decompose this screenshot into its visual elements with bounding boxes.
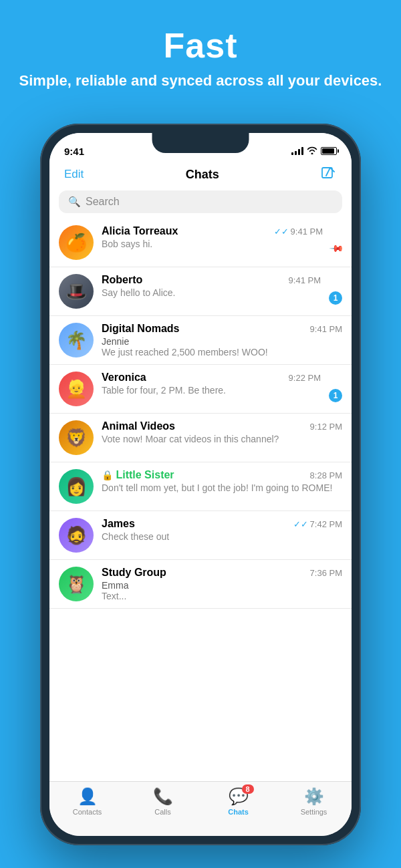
hero-section: Fast Simple, reliable and synced across … [0, 0, 401, 91]
avatar-alicia: 🍊 [59, 225, 94, 260]
phone-notch [152, 133, 249, 153]
chat-body-digital: Digital Nomads9:41 PMJennieWe just reach… [102, 323, 342, 357]
chat-body-roberto: Roberto9:41 PMSay hello to Alice. [102, 274, 321, 298]
chat-preview-alicia: Bob says hi. [102, 239, 323, 249]
tab-settings[interactable]: ⚙️Settings [294, 787, 334, 816]
status-time: 9:41 [64, 146, 84, 157]
chat-name-digital: Digital Nomads [102, 323, 179, 335]
phone-screen: 9:41 [49, 133, 352, 836]
wifi-icon [307, 146, 317, 156]
settings-tab-icon: ⚙️ [304, 787, 324, 805]
avatar-roberto: 🎩 [59, 274, 94, 309]
chat-time-animal: 9:12 PM [310, 422, 342, 432]
tab-calls[interactable]: 📞Calls [143, 787, 183, 816]
chat-item-study[interactable]: 🦉Study Group7:36 PMEmmaText... [49, 560, 352, 609]
chat-body-james: James✓✓ 7:42 PMCheck these out [102, 518, 342, 542]
double-check-icon: ✓✓ [274, 227, 289, 237]
chat-body-alicia: Alicia Torreaux✓✓ 9:41 PMBob says hi. [102, 225, 323, 249]
signal-icon [291, 147, 303, 155]
status-icons [291, 146, 337, 156]
avatar-veronica: 👱 [59, 372, 94, 406]
chat-preview-james: Check these out [102, 531, 342, 542]
tab-contacts[interactable]: 👤Contacts [68, 787, 108, 816]
chat-meta-alicia: 📌 [331, 227, 342, 253]
chat-body-sister: 🔒 Little Sister8:28 PMDon't tell mom yet… [102, 469, 342, 493]
chat-time-sister: 8:28 PM [310, 470, 342, 480]
chat-time-veronica: 9:22 PM [289, 373, 321, 383]
contacts-tab-label: Contacts [73, 808, 102, 816]
chat-item-veronica[interactable]: 👱Veronica9:22 PMTable for four, 2 PM. Be… [49, 365, 352, 414]
tab-bar: 👤Contacts📞Calls💬8Chats⚙️Settings [49, 781, 352, 836]
contacts-tab-icon: 👤 [78, 787, 98, 805]
chat-item-animal[interactable]: 🦁Animal Videos9:12 PMVote now! Moar cat … [49, 414, 352, 462]
chat-item-sister[interactable]: 👩🔒 Little Sister8:28 PMDon't tell mom ye… [49, 462, 352, 511]
compose-button[interactable] [321, 166, 337, 182]
chat-preview-study: EmmaText... [102, 580, 342, 601]
edit-button[interactable]: Edit [64, 168, 84, 181]
chats-title: Chats [186, 168, 219, 182]
chat-time-alicia: ✓✓ 9:41 PM [274, 227, 323, 237]
chat-meta-veronica: 1 [329, 373, 342, 402]
avatar-digital: 🌴 [59, 323, 94, 357]
chat-time-digital: 9:41 PM [310, 324, 342, 334]
search-icon: 🔍 [68, 196, 81, 208]
hero-title: Fast [0, 25, 401, 65]
chat-name-study: Study Group [102, 567, 166, 579]
chat-name-veronica: Veronica [102, 372, 146, 384]
battery-icon [321, 147, 337, 155]
chat-preview-roberto: Say hello to Alice. [102, 287, 321, 298]
search-placeholder: Search [86, 196, 120, 208]
tab-chats[interactable]: 💬8Chats [219, 787, 259, 816]
chat-name-alicia: Alicia Torreaux [102, 225, 178, 237]
calls-tab-label: Calls [154, 808, 170, 816]
chat-body-animal: Animal Videos9:12 PMVote now! Moar cat v… [102, 420, 342, 444]
chat-name-animal: Animal Videos [102, 420, 175, 432]
chat-body-study: Study Group7:36 PMEmmaText... [102, 567, 342, 601]
chat-name-roberto: Roberto [102, 274, 142, 286]
chat-body-veronica: Veronica9:22 PMTable for four, 2 PM. Be … [102, 372, 321, 396]
calls-tab-icon: 📞 [153, 787, 173, 805]
settings-tab-label: Settings [301, 808, 327, 816]
chat-time-study: 7:36 PM [310, 568, 342, 578]
chat-preview-animal: Vote now! Moar cat videos in this channe… [102, 434, 342, 444]
pin-icon: 📌 [329, 240, 344, 255]
double-check-icon: ✓✓ [293, 519, 308, 529]
avatar-study: 🦉 [59, 567, 94, 601]
chat-list: 🍊Alicia Torreaux✓✓ 9:41 PMBob says hi.📌🎩… [49, 219, 352, 609]
chat-preview-veronica: Table for four, 2 PM. Be there. [102, 385, 321, 396]
chat-name-james: James [102, 518, 135, 530]
hero-subtitle: Simple, reliable and synced across all y… [0, 71, 401, 91]
lock-icon: 🔒 [102, 470, 113, 480]
chats-tab-label: Chats [228, 808, 249, 816]
chat-item-roberto[interactable]: 🎩Roberto9:41 PMSay hello to Alice.1 [49, 267, 352, 316]
avatar-james: 🧔 [59, 518, 94, 553]
chat-time-james: ✓✓ 7:42 PM [293, 519, 342, 529]
nav-bar: Edit Chats [49, 162, 352, 188]
chat-name-sister: 🔒 Little Sister [102, 469, 174, 481]
chat-preview-sister: Don't tell mom yet, but I got the job! I… [102, 482, 342, 493]
chat-time-roberto: 9:41 PM [289, 275, 321, 285]
chat-item-alicia[interactable]: 🍊Alicia Torreaux✓✓ 9:41 PMBob says hi.📌 [49, 219, 352, 267]
avatar-sister: 👩 [59, 469, 94, 504]
chat-meta-roberto: 1 [329, 275, 342, 305]
phone-mockup: 9:41 [40, 124, 361, 845]
chat-item-digital[interactable]: 🌴Digital Nomads9:41 PMJennieWe just reac… [49, 316, 352, 365]
search-bar[interactable]: 🔍 Search [59, 190, 342, 213]
unread-badge-veronica: 1 [329, 389, 342, 402]
chats-tab-badge: 8 [242, 784, 254, 794]
chat-preview-digital: JennieWe just reached 2,500 members! WOO… [102, 336, 342, 357]
avatar-animal: 🦁 [59, 420, 94, 455]
chat-item-james[interactable]: 🧔James✓✓ 7:42 PMCheck these out [49, 511, 352, 560]
unread-badge-roberto: 1 [329, 291, 342, 305]
